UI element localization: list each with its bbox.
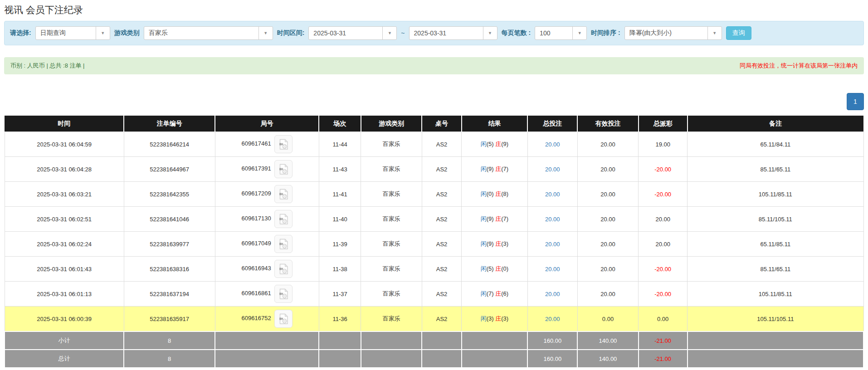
summary-bar: 币别 : 人民币 | 总共 :8 注单 | 同局有效投注，统一计算在该局第一张注…	[4, 57, 864, 74]
sort-order-value: 降幂(由大到小)	[625, 27, 707, 39]
payout-cell: -20.00	[639, 282, 688, 307]
remark-cell: 65.11/85.11	[688, 232, 863, 257]
total-bet-cell: 20.00	[527, 132, 577, 157]
sort-order-select[interactable]: 降幂(由大到小) ▼	[624, 26, 722, 40]
page-size-label: 每页笔数 :	[502, 29, 531, 37]
result-cell: 闲(9) 庄(3)	[462, 232, 528, 257]
summary-empty-cell	[462, 350, 528, 368]
result-banker-score: (7)	[501, 166, 508, 172]
query-type-select[interactable]: 日期查询 ▼	[35, 26, 110, 40]
summary-empty-cell	[422, 350, 461, 368]
video-replay-button[interactable]	[274, 260, 293, 278]
time-cell: 2025-03-31 06:04:28	[5, 157, 124, 182]
remark-cell: 85.11/105.11	[688, 207, 863, 232]
video-replay-button[interactable]	[274, 285, 293, 303]
column-header: 场次	[319, 116, 361, 132]
table-no-cell: AS2	[422, 282, 461, 307]
session-cell: 11-40	[319, 207, 361, 232]
page-title: 视讯 会员下注纪录	[4, 4, 864, 16]
date-range-tilde: ~	[401, 29, 405, 37]
game-type-cell: 百家乐	[361, 182, 422, 207]
total-bet-link[interactable]: 20.00	[545, 216, 560, 223]
sort-order-label: 时间排序 :	[591, 29, 620, 37]
result-cell: 闲(5) 庄(9)	[462, 132, 528, 157]
payout-cell: 0.00	[639, 307, 688, 332]
video-file-icon	[278, 288, 288, 300]
result-banker-label: 庄	[495, 141, 501, 147]
summary-valid-bet-cell: 140.00	[577, 350, 638, 368]
table-row: 2025-03-31 06:04:59522381646214609617461…	[5, 132, 863, 157]
total-bet-link[interactable]: 20.00	[545, 166, 560, 173]
table-no-cell: AS2	[422, 307, 461, 332]
valid-bet-cell: 20.00	[577, 207, 638, 232]
summary-empty-cell	[319, 331, 361, 350]
query-type-label: 请选择:	[10, 29, 31, 37]
total-bet-link[interactable]: 20.00	[545, 141, 560, 148]
payout-cell: 20.00	[639, 207, 688, 232]
summary-remark-cell	[688, 331, 863, 350]
game-type-cell: 百家乐	[361, 257, 422, 282]
search-button[interactable]: 查询	[726, 26, 751, 40]
table-row: 2025-03-31 06:04:28522381644967609617391…	[5, 157, 863, 182]
result-banker-score: (9)	[501, 141, 508, 147]
table-row: 2025-03-31 06:02:24522381639977609617049…	[5, 232, 863, 257]
round-id-cell: 609617461	[215, 132, 319, 157]
total-bet-link[interactable]: 20.00	[545, 291, 560, 297]
result-player-label: 闲	[481, 240, 487, 247]
result-player-label: 闲	[481, 265, 487, 272]
time-cell: 2025-03-31 06:00:39	[5, 307, 124, 332]
video-replay-button[interactable]	[274, 160, 293, 178]
summary-label-cell: 总计	[5, 350, 124, 368]
game-type-cell: 百家乐	[361, 132, 422, 157]
chevron-down-icon: ▼	[707, 27, 722, 39]
valid-bet-cell: 0.00	[577, 307, 638, 332]
summary-payout-cell: -21.00	[639, 331, 688, 350]
video-replay-button[interactable]	[274, 235, 293, 253]
total-bet-cell: 20.00	[527, 232, 577, 257]
round-id: 609617461	[242, 140, 271, 147]
video-replay-button[interactable]	[274, 135, 293, 153]
valid-bet-cell: 20.00	[577, 282, 638, 307]
game-type-cell: 百家乐	[361, 232, 422, 257]
total-bet-link[interactable]: 20.00	[545, 316, 560, 322]
game-type-select[interactable]: 百家乐 ▼	[144, 26, 273, 40]
total-bet-link[interactable]: 20.00	[545, 241, 560, 248]
page: 视讯 会员下注纪录 请选择: 日期查询 ▼ 游戏类别 百家乐 ▼ 时间区间: 2…	[0, 4, 868, 370]
date-to-select[interactable]: 2025-03-31 ▼	[409, 26, 497, 40]
date-from-select[interactable]: 2025-03-31 ▼	[308, 26, 397, 40]
session-cell: 11-41	[319, 182, 361, 207]
pagination-page-1-button[interactable]: 1	[847, 93, 864, 110]
total-bet-link[interactable]: 20.00	[545, 191, 560, 198]
total-bet-link[interactable]: 20.00	[545, 266, 560, 273]
pagination-top: 1	[4, 93, 864, 110]
remark-cell: 105.11/85.11	[688, 182, 863, 207]
result-player-score: (9)	[487, 166, 496, 172]
summary-empty-cell	[215, 331, 319, 350]
summary-text: 币别 : 人民币 | 总共 :8 注单 |	[10, 62, 85, 70]
time-cell: 2025-03-31 06:01:43	[5, 257, 124, 282]
time-cell: 2025-03-31 06:03:21	[5, 182, 124, 207]
query-type-value: 日期查询	[36, 27, 96, 39]
page-size-select[interactable]: 100 ▼	[535, 26, 587, 40]
round-id-cell: 609616861	[215, 282, 319, 307]
session-cell: 11-44	[319, 132, 361, 157]
result-player-score: (3)	[487, 315, 496, 322]
game-type-label: 游戏类别	[114, 29, 140, 37]
bet-id-cell: 522381637194	[124, 282, 215, 307]
total-bet-cell: 20.00	[527, 207, 577, 232]
round-id: 609616752	[242, 315, 271, 321]
result-banker-score: (8)	[501, 190, 508, 197]
result-banker-label: 庄	[495, 315, 501, 322]
column-header: 局号	[215, 116, 319, 132]
video-replay-button[interactable]	[274, 210, 293, 228]
video-replay-button[interactable]	[274, 185, 293, 203]
time-cell: 2025-03-31 06:01:13	[5, 282, 124, 307]
table-no-cell: AS2	[422, 257, 461, 282]
table-no-cell: AS2	[422, 207, 461, 232]
table-no-cell: AS2	[422, 132, 461, 157]
time-cell: 2025-03-31 06:02:24	[5, 232, 124, 257]
column-header: 备注	[688, 116, 863, 132]
summary-empty-cell	[422, 331, 461, 350]
table-row: 2025-03-31 06:01:13522381637194609616861…	[5, 282, 863, 307]
video-replay-button[interactable]	[274, 310, 293, 328]
